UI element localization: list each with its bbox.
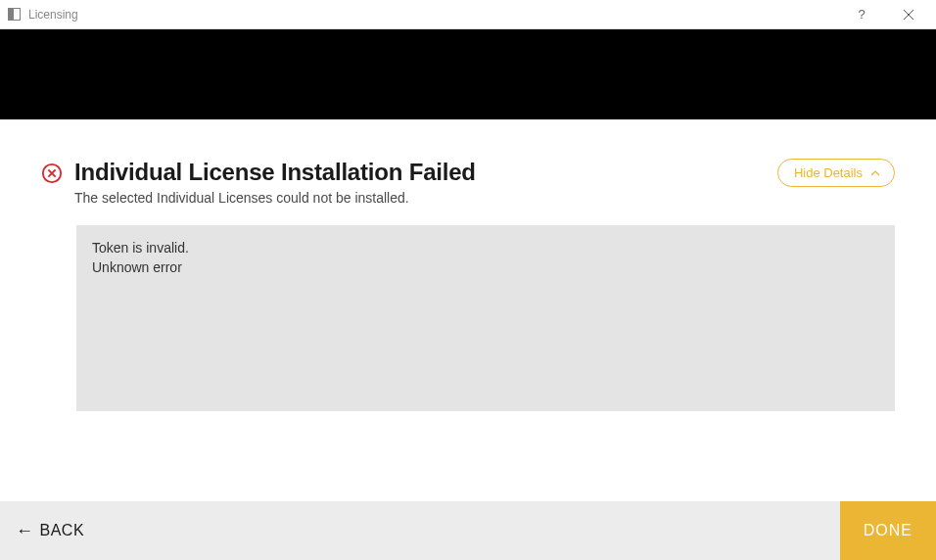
close-button[interactable] (897, 3, 920, 26)
footer: ← BACK DONE (0, 501, 936, 560)
banner (0, 29, 936, 119)
page-title: Individual License Installation Failed (74, 159, 766, 186)
hide-details-button[interactable]: Hide Details (777, 159, 895, 187)
chevron-up-icon (870, 170, 880, 176)
done-button[interactable]: DONE (840, 501, 936, 560)
header-text: Individual License Installation Failed T… (74, 159, 766, 206)
window-controls: ? (850, 3, 928, 26)
footer-spacer (100, 501, 840, 560)
error-details-box: Token is invalid. Unknown error (76, 225, 895, 411)
hide-details-label: Hide Details (794, 165, 863, 180)
app-icon (8, 8, 21, 21)
page-subtitle: The selected Individual Licenses could n… (74, 190, 766, 206)
back-button[interactable]: ← BACK (0, 501, 100, 560)
content-area: Individual License Installation Failed T… (0, 119, 936, 501)
close-icon (903, 9, 914, 21)
arrow-left-icon: ← (16, 521, 34, 541)
header-row: Individual License Installation Failed T… (41, 159, 895, 206)
window-title: Licensing (28, 8, 850, 22)
help-button[interactable]: ? (850, 3, 873, 26)
done-label: DONE (864, 522, 913, 539)
back-label: BACK (40, 522, 85, 539)
window-titlebar: Licensing ? (0, 0, 936, 29)
error-icon (41, 163, 63, 184)
